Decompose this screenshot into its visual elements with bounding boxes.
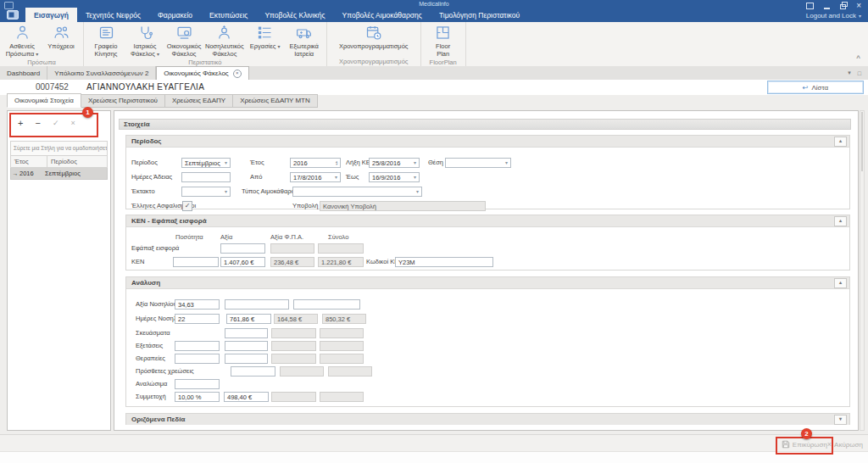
cell-period: Σεπτέμβριος	[45, 168, 107, 179]
eksetaseis-axia-input[interactable]	[225, 341, 268, 351]
tab-xreoseis-peristatikou[interactable]: Χρεώσεις Περιστατικού	[81, 94, 165, 108]
document-tab-strip: Dashboard Υπόλοιπο Συναλλασσόμενων 2 Οικ…	[0, 66, 868, 81]
minimize-icon[interactable]	[824, 3, 830, 9]
collapse-ribbon-icon[interactable]: ^	[856, 54, 860, 62]
row-label: ΚΕΝ	[131, 257, 144, 267]
etos-spinner[interactable]: 2016▴▾	[290, 158, 341, 168]
logout-and-lock-button[interactable]: Logout and Lock▾	[806, 12, 861, 20]
ribbon-group-floorplan: Floor Plan FloorPlan	[421, 22, 466, 66]
scheduling-button[interactable]: Χρονοπρογραμματισμός	[330, 22, 418, 50]
column-header: Σύνολο	[328, 233, 348, 242]
skeyasmata-fpa-field	[271, 328, 316, 338]
collapse-section-icon[interactable]: ▴	[834, 278, 847, 288]
tab-oikonomika-stoixeia[interactable]: Οικονομικά Στοιχεία	[7, 93, 81, 108]
row-label: Αξία Νοσηλίου	[136, 299, 177, 310]
cell-year: 2016	[19, 168, 45, 179]
list-button[interactable]: ↩ Λίστα	[767, 81, 864, 94]
title-bar: Medicalinfo × Εισαγωγή Τεχνητός Νεφρός Φ…	[0, 0, 868, 22]
column-header: Αξία Φ.Π.Α.	[270, 233, 303, 242]
nurse-icon	[215, 24, 233, 42]
collapse-section-icon[interactable]: ▴	[834, 216, 847, 226]
axia-nosiliou-input-3[interactable]	[293, 299, 360, 310]
ribbon-tab-texnitos-nefros[interactable]: Τεχνητός Νεφρός	[77, 8, 149, 22]
typos-aimokatharsis-combo[interactable]: ▾	[292, 187, 422, 197]
tasks-button[interactable]: Εργασίες▾	[246, 22, 285, 50]
nursing-record-button[interactable]: Νοσηλευτικός Φάκελος	[203, 22, 246, 58]
expand-section-icon[interactable]: ▾	[834, 415, 847, 425]
back-arrow-icon: ↩	[803, 84, 809, 92]
ellines-asfalismenoi-checkbox[interactable]: ✓	[182, 201, 192, 211]
imeres-adeias-input[interactable]	[181, 172, 231, 182]
ypovoli-readonly-field: Κανονική Υποβολή	[320, 201, 486, 211]
outpatient-clinics-button[interactable]: Εξωτερικά Ιατρεία	[285, 22, 324, 58]
column-header: Ποσότητα	[175, 233, 203, 242]
admission-office-button[interactable]: Γραφείο Κίνησης	[86, 22, 125, 58]
application-menu-button[interactable]	[0, 8, 25, 22]
ribbon-group-peristatiko: Γραφείο Κίνησης Ιατρικός Φάκελος▾ Οικονο…	[84, 22, 327, 66]
doc-tab-ypolipo[interactable]: Υπόλοιπο Συναλλασσόμενων 2	[47, 66, 156, 80]
kodikoi-ken-input[interactable]: Υ23Μ	[395, 257, 493, 267]
tab-list-icon[interactable]: ▾	[848, 70, 851, 76]
close-icon[interactable]: ×	[856, 3, 861, 9]
symmetoxi-axia-input[interactable]: 498,40 €	[224, 392, 269, 402]
row-label: Εφάπαξ εισφορά	[131, 243, 179, 254]
therapeies-axia-input[interactable]	[225, 354, 268, 364]
floor-plan-button[interactable]: Floor Plan	[424, 22, 463, 58]
ribbon-tab-ypovoles-aimokatharsis[interactable]: Υποβολές Αιμοκάθαρσης	[334, 8, 431, 22]
imeres-nosileias-input[interactable]: 22	[175, 314, 220, 324]
efapax-axia-input[interactable]	[220, 243, 265, 254]
prosthetes-xreoseis-input[interactable]	[231, 366, 275, 377]
medical-record-button[interactable]: Ιατρικός Φάκελος▾	[125, 22, 164, 58]
close-tab-icon[interactable]: ×	[233, 70, 242, 78]
periodos-combo[interactable]: Σεπτέμβριος▾	[181, 158, 231, 168]
group-ken: ΚΕΝ - Εφάπαξ εισφορά ▴ Ποσότητα Αξία Αξί…	[125, 215, 850, 271]
therapeies-fpa-field	[271, 354, 316, 364]
ribbon-tab-eisagogi[interactable]: Εισαγωγή	[25, 8, 77, 22]
liksi-ken-datepicker[interactable]: 25/8/2016▾	[369, 158, 420, 168]
imeres-nosileias-axia-input[interactable]: 761,86 €	[226, 314, 271, 324]
vertical-scrollbar[interactable]	[860, 110, 865, 431]
axia-nosiliou-input-2[interactable]	[225, 299, 289, 310]
ribbon-tab-ypovoles-klinikis[interactable]: Υποβολές Κλινικής	[256, 8, 333, 22]
ribbon-tab-row: Εισαγωγή Τεχνητός Νεφρός Φαρμακείο Εκτυπ…	[0, 8, 528, 22]
ribbon-tab-timologisi[interactable]: Τιμολόγηση Περιστατικού	[431, 8, 528, 22]
annotation-badge-1: 1	[82, 107, 93, 118]
ektakto-combo[interactable]: ▾	[181, 187, 231, 197]
patients-persons-button[interactable]: Ασθενείς Πρόσωπα▾	[3, 22, 42, 58]
fullscreen-icon[interactable]	[806, 3, 814, 9]
chevron-down-icon: ▾	[504, 160, 508, 165]
debtors-button[interactable]: Υπόχρεοι	[42, 22, 81, 50]
analosima-input[interactable]	[175, 379, 220, 389]
ribbon-tab-farmakeio[interactable]: Φαρμακείο	[149, 8, 201, 22]
stethoscope-icon	[136, 24, 154, 42]
tab-xreoseis-edapy-mtn[interactable]: Χρεώσεις ΕΔΑΠΥ ΜΤΝ	[233, 94, 318, 108]
financial-record-button[interactable]: Οικονομικός Φάκελος	[164, 22, 203, 58]
eos-datepicker[interactable]: 16/9/2016▾	[369, 172, 420, 182]
scrollbar-thumb[interactable]	[861, 112, 863, 171]
symmetoxi-pososto-input[interactable]: 10,00 %	[175, 392, 220, 402]
field-label: Από	[250, 172, 262, 182]
apo-datepicker[interactable]: 17/8/2016▾	[290, 172, 341, 182]
financial-record-panel: Στοιχεία Περίοδος ▴ Περίοδος Σεπτέμβριος…	[114, 110, 859, 431]
chevron-down-icon: ▾	[859, 14, 861, 19]
doc-tab-dashboard[interactable]: Dashboard	[0, 66, 47, 80]
periods-list-panel: + − ✓ × Σύρετε μια Στήλη για να ομαδοποι…	[7, 110, 111, 431]
imeres-nosileias-synolo-field: 850,32 €	[322, 314, 366, 324]
therapeies-input[interactable]	[175, 354, 220, 364]
collapse-section-icon[interactable]: ▴	[834, 137, 847, 147]
grid-row-selected[interactable]: → 2016 Σεπτέμβριος	[10, 168, 108, 180]
restore-icon[interactable]	[840, 4, 846, 9]
column-header-etos[interactable]: Έτος	[11, 156, 47, 167]
column-header-periodos[interactable]: Περίοδος	[47, 156, 107, 167]
ribbon-group-scheduling: Χρονοπρογραμματισμός Χρονοπρογραμματισμό…	[327, 22, 421, 66]
tab-window-icon[interactable]: □	[858, 70, 861, 76]
tab-xreoseis-edapy[interactable]: Χρεώσεις ΕΔΑΠΥ	[165, 94, 233, 108]
ken-axia-input[interactable]: 1.407,60 €	[220, 257, 265, 267]
axia-nosiliou-input[interactable]: 34,63	[175, 299, 220, 310]
eksetaseis-input[interactable]	[175, 341, 220, 351]
skeyasmata-axia-input[interactable]	[225, 328, 268, 338]
doc-tab-oikonomikos-fakelos[interactable]: Οικονομικός Φάκελος ×	[156, 66, 248, 80]
thesi-combo[interactable]: ▾	[445, 158, 511, 168]
ribbon-tab-ektyposeis[interactable]: Εκτυπώσεις	[201, 8, 256, 22]
ken-posotita-input[interactable]	[173, 257, 219, 267]
